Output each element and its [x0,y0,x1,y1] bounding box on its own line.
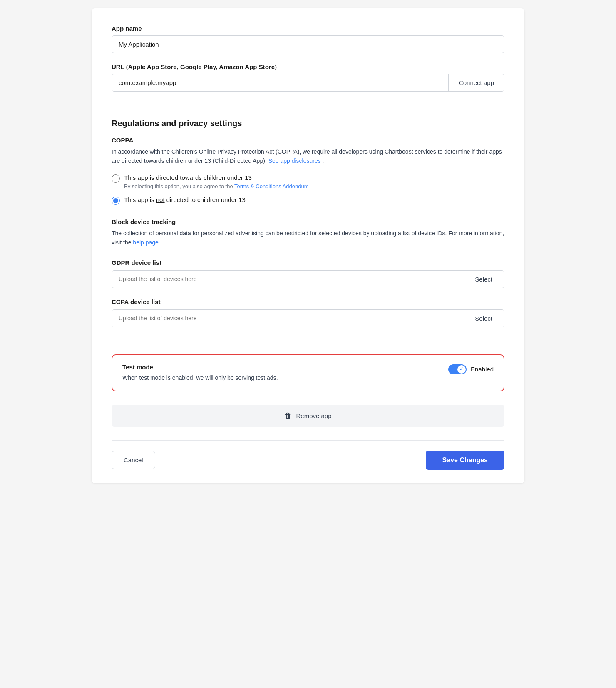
coppa-radio-option-1[interactable]: This app is directed towards children un… [112,174,504,189]
app-name-label: App name [112,25,504,32]
coppa-sublabel-text: By selecting this option, you also agree… [124,183,234,189]
test-mode-toggle-label: Enabled [471,366,494,373]
block-tracking-section: Block device tracking The collection of … [112,218,504,247]
page-container: App name URL (Apple App Store, Google Pl… [92,8,524,483]
gdpr-input[interactable] [112,271,463,288]
url-label: URL (Apple App Store, Google Play, Amazo… [112,63,504,70]
app-disclosures-link[interactable]: See app disclosures [268,157,321,164]
footer-bar: Cancel Save Changes [112,440,504,483]
app-name-group: App name [112,25,504,53]
cancel-button[interactable]: Cancel [112,451,155,469]
regulations-section: Regulations and privacy settings COPPA I… [112,119,504,327]
gdpr-section: GDPR device list Select [112,259,504,288]
block-tracking-title: Block device tracking [112,218,504,225]
block-tracking-end: . [160,239,162,246]
trash-icon: 🗑 [284,411,292,420]
coppa-radio-yes[interactable] [112,174,120,183]
test-mode-divider [112,341,504,341]
block-tracking-description: The collection of personal data for pers… [112,229,504,247]
remove-app-label: Remove app [296,412,331,419]
url-input[interactable] [112,74,448,91]
url-input-group: Connect app [112,74,504,92]
toggle-track: ✓ [448,364,467,374]
toggle-thumb: ✓ [457,365,466,374]
url-group: URL (Apple App Store, Google Play, Amazo… [112,63,504,92]
regulations-title: Regulations and privacy settings [112,119,504,128]
ccpa-label: CCPA device list [112,298,504,305]
test-mode-box: Test mode When test mode is enabled, we … [112,354,504,391]
coppa-section: COPPA In accordance with the Children's … [112,137,504,205]
coppa-option2-label-underline: not [156,196,165,203]
save-changes-button[interactable]: Save Changes [426,451,504,470]
coppa-radio-no[interactable] [112,197,120,205]
coppa-radio-option-2[interactable]: This app is not directed to children und… [112,196,504,205]
coppa-option2-label-post: directed to children under 13 [165,196,246,203]
app-name-input[interactable] [112,35,504,53]
ccpa-input[interactable] [112,310,463,327]
test-mode-description: When test mode is enabled, we will only … [122,373,297,382]
coppa-option1-content: This app is directed towards children un… [124,174,308,189]
test-mode-toggle-area: ✓ Enabled [448,364,494,374]
ccpa-input-wrapper: Select [112,309,504,327]
connect-app-button[interactable]: Connect app [448,74,504,91]
test-mode-title: Test mode [122,364,448,371]
remove-app-button[interactable]: 🗑 Remove app [112,405,504,427]
gdpr-select-button[interactable]: Select [463,271,504,288]
help-page-link[interactable]: help page [133,239,159,246]
test-mode-toggle[interactable]: ✓ [448,364,467,374]
coppa-option2-label-pre: This app is [124,196,156,203]
terms-conditions-link[interactable]: Terms & Conditions Addendum [234,183,308,189]
ccpa-section: CCPA device list Select [112,298,504,327]
block-tracking-text: The collection of personal data for pers… [112,230,504,246]
coppa-description: In accordance with the Children's Online… [112,147,504,166]
coppa-option1-label[interactable]: This app is directed towards children un… [124,174,252,181]
test-mode-content: Test mode When test mode is enabled, we … [122,364,448,382]
coppa-radio-group: This app is directed towards children un… [112,174,504,205]
gdpr-input-wrapper: Select [112,270,504,288]
section-divider [112,105,504,105]
toggle-check-icon: ✓ [460,366,463,372]
coppa-description-end: . [323,157,324,164]
coppa-option2-label[interactable]: This app is not directed to children und… [124,196,246,203]
coppa-option1-sublabel: By selecting this option, you also agree… [124,183,308,189]
coppa-title: COPPA [112,137,504,144]
gdpr-label: GDPR device list [112,259,504,266]
ccpa-select-button[interactable]: Select [463,310,504,327]
